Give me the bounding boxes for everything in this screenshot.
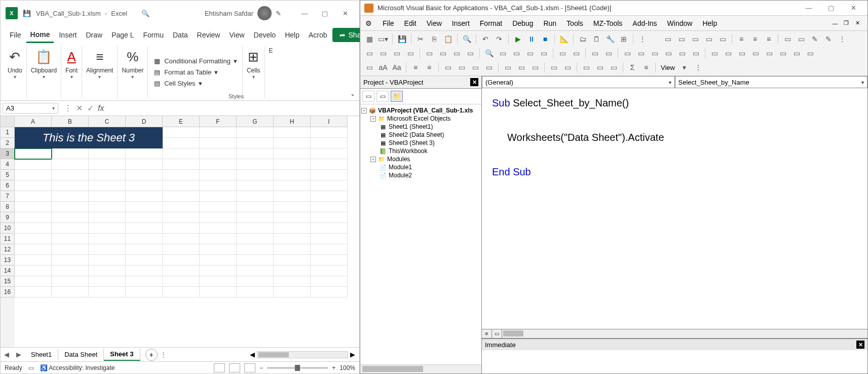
cell-F5[interactable] (200, 170, 237, 180)
tb3-icon[interactable]: Σ (626, 61, 638, 73)
mz-btn-3-icon[interactable]: ▭ (689, 33, 701, 45)
mz-btn-5-icon[interactable]: ▭ (716, 33, 729, 45)
tb2-icon[interactable]: ▭ (363, 47, 375, 59)
cell-E1[interactable] (163, 127, 200, 138)
minimize-icon[interactable]: — (799, 2, 819, 15)
cell-G3[interactable] (237, 148, 274, 159)
procedure-view-icon[interactable]: ≡ (482, 329, 492, 338)
tb2-icon[interactable]: ▭ (708, 47, 721, 59)
cell-I4[interactable] (311, 159, 348, 170)
code-hscrollbar[interactable] (502, 329, 867, 338)
stats-icon[interactable]: ▭ (28, 364, 34, 371)
cell-A11[interactable] (15, 234, 52, 244)
alignment-dropdown-icon[interactable]: ▾ (98, 74, 101, 80)
name-box[interactable]: A3 (3, 103, 58, 114)
cell-B13[interactable] (52, 255, 89, 266)
sheet-tab-sheet1[interactable]: Sheet1 (25, 349, 58, 360)
cell-F6[interactable] (200, 180, 237, 191)
toolbar-more-icon[interactable]: ⋮ (692, 61, 704, 73)
collapse-icon[interactable]: − (361, 108, 367, 114)
object-dropdown[interactable]: (General) (482, 76, 675, 88)
tree-module1[interactable]: 📄Module1 (361, 163, 480, 171)
column-header-C[interactable]: C (89, 116, 126, 127)
row-header-15[interactable]: 15 (1, 276, 15, 287)
row-header-13[interactable]: 13 (1, 255, 15, 266)
close-icon[interactable]: ✕ (843, 2, 863, 15)
cell-G15[interactable] (237, 276, 274, 287)
cells[interactable]: This is the Sheet 3 (15, 127, 359, 297)
cell-D12[interactable] (126, 244, 163, 255)
cell-H11[interactable] (274, 234, 311, 244)
menu-window[interactable]: Window (663, 17, 697, 29)
cell-H9[interactable] (274, 212, 311, 223)
cell-A12[interactable] (15, 244, 52, 255)
tb3-icon[interactable]: Aa (391, 61, 403, 73)
cell-I9[interactable] (311, 212, 348, 223)
cell-D9[interactable] (126, 212, 163, 223)
cell-A10[interactable] (15, 223, 52, 234)
cell-E5[interactable] (163, 170, 200, 180)
cell-C4[interactable] (89, 159, 126, 170)
cell-A16[interactable] (15, 287, 52, 297)
tb2-icon[interactable]: ▭ (437, 47, 449, 59)
mdi-close-icon[interactable]: ✕ (852, 19, 862, 27)
cell-E8[interactable] (163, 202, 200, 212)
cell-G10[interactable] (237, 223, 274, 234)
tb2-icon[interactable]: ▭ (621, 47, 633, 59)
tb3-icon[interactable]: ▭ (580, 61, 592, 73)
cell-I7[interactable] (311, 191, 348, 202)
insert-menu-icon[interactable]: ▭▾ (377, 33, 389, 45)
cancel-formula-icon[interactable]: ✕ (74, 103, 84, 113)
cell-A5[interactable] (15, 170, 52, 180)
cell-C13[interactable] (89, 255, 126, 266)
tab-data[interactable]: Data (169, 28, 192, 42)
tb2-icon[interactable]: ▭ (570, 47, 582, 59)
tree-sheet2[interactable]: ▦Sheet2 (Data Sheet) (361, 131, 480, 139)
avatar[interactable] (257, 6, 272, 20)
tb2-icon[interactable]: ▭ (497, 47, 509, 59)
number-icon[interactable]: % (127, 49, 138, 65)
tb3-icon[interactable]: ▭ (469, 61, 481, 73)
project-hscrollbar[interactable] (360, 364, 481, 373)
alignment-icon[interactable]: ≡ (96, 49, 103, 65)
menu-edit[interactable]: Edit (400, 17, 421, 29)
break-icon[interactable]: ⏸ (525, 33, 538, 45)
cell-E3[interactable] (163, 148, 200, 159)
tb2-icon[interactable]: ▭ (676, 47, 688, 59)
cell-G5[interactable] (237, 170, 274, 180)
row-header-3[interactable]: 3 (1, 148, 15, 159)
search-icon[interactable]: 🔍 (141, 10, 149, 17)
cell-F13[interactable] (200, 255, 237, 266)
mdi-restore-icon[interactable]: ❐ (841, 19, 851, 27)
cell-D4[interactable] (126, 159, 163, 170)
toolbar-more-icon[interactable]: ⋮ (836, 33, 848, 45)
zoom-in-icon[interactable]: + (332, 364, 335, 371)
cell-F11[interactable] (200, 234, 237, 244)
cell-H2[interactable] (274, 138, 311, 148)
row-header-5[interactable]: 5 (1, 170, 15, 180)
cell-B10[interactable] (52, 223, 89, 234)
tb2-icon[interactable]: ▭ (635, 47, 647, 59)
cell-E13[interactable] (163, 255, 200, 266)
copy-icon[interactable]: ⎘ (428, 33, 440, 45)
cell-H7[interactable] (274, 191, 311, 202)
cell-D15[interactable] (126, 276, 163, 287)
tb2-icon[interactable]: ▭ (538, 47, 550, 59)
tb2-icon[interactable]: ▭ (524, 47, 536, 59)
cell-C10[interactable] (89, 223, 126, 234)
cell-B7[interactable] (52, 191, 89, 202)
conditional-formatting-button[interactable]: ▦ Conditional Formatting ▾ (153, 57, 237, 65)
cell-C9[interactable] (89, 212, 126, 223)
cell-F3[interactable] (200, 148, 237, 159)
cell-B4[interactable] (52, 159, 89, 170)
sheet-tab-sheet3[interactable]: Sheet 3 (104, 348, 140, 361)
tb3-icon[interactable]: ▭ (363, 61, 375, 73)
tb3-icon[interactable]: ▭ (442, 61, 454, 73)
select-all-corner[interactable] (1, 116, 15, 127)
cell-I13[interactable] (311, 255, 348, 266)
add-sheet-button[interactable]: + (145, 349, 158, 361)
cell-G12[interactable] (237, 244, 274, 255)
mdi-minimize-icon[interactable]: — (830, 19, 840, 27)
zoom-out-icon[interactable]: − (259, 364, 263, 371)
accessibility-status[interactable]: ♿ Accessibility: Investigate (40, 364, 115, 371)
